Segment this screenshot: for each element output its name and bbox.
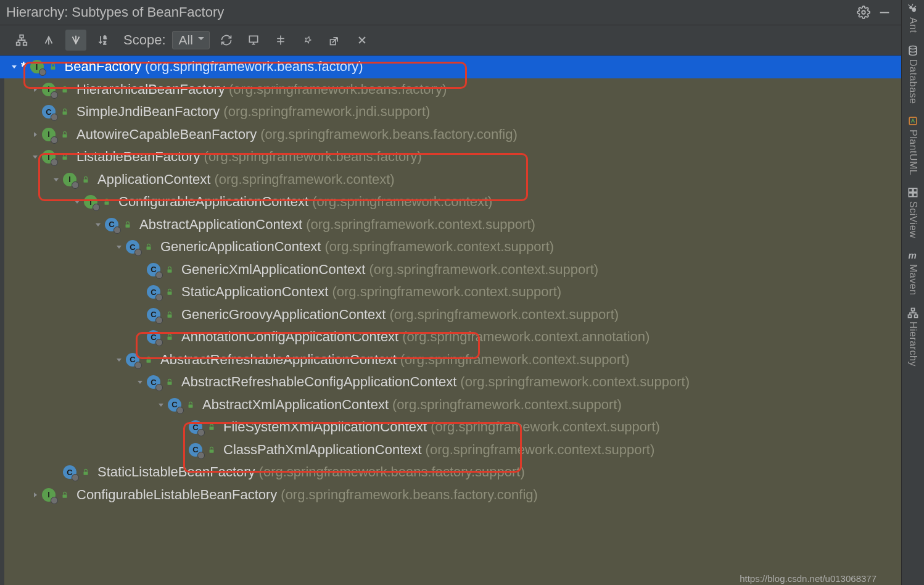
tree-row[interactable]: CGenericGroovyApplicationContext(org.spr…: [0, 304, 901, 326]
class-icon: C: [147, 285, 160, 299]
tree-row[interactable]: IApplicationContext(org.springframework.…: [0, 168, 901, 191]
refresh-icon[interactable]: [216, 30, 237, 51]
scope-dropdown[interactable]: All: [172, 31, 210, 49]
tree-row[interactable]: CAnnotationConfigApplicationContext(org.…: [0, 326, 901, 349]
sidebar-tab-ant[interactable]: Ant: [907, 2, 919, 33]
tree-row[interactable]: CAbstractRefreshableApplicationContext(o…: [0, 349, 901, 371]
expand-arrow-icon[interactable]: [30, 131, 41, 138]
gear-icon[interactable]: [853, 3, 874, 22]
expand-arrow-icon[interactable]: [155, 401, 167, 409]
pin-icon[interactable]: [297, 30, 318, 51]
tree-row[interactable]: IConfigurableApplicationContext(org.spri…: [0, 191, 901, 214]
svg-rect-3: [17, 43, 20, 46]
svg-rect-39: [909, 315, 912, 317]
sort-icon[interactable]: az: [93, 30, 113, 51]
svg-rect-17: [147, 247, 151, 250]
lock-icon: [80, 468, 91, 476]
header-value: Subtypes of BeanFactory: [72, 4, 224, 20]
svg-text:z: z: [104, 39, 106, 46]
subtypes-icon[interactable]: [65, 30, 86, 51]
lock-icon: [164, 333, 175, 341]
sidebar-tab-label: Maven: [907, 264, 918, 296]
sidebar-tab-plantuml[interactable]: PlantUML: [907, 115, 919, 175]
expand-arrow-icon[interactable]: [72, 198, 83, 205]
svg-text:m: m: [909, 250, 917, 260]
svg-rect-33: [909, 189, 912, 193]
type-package: (org.springframework.beans.factory): [145, 59, 363, 75]
tree-row[interactable]: CStaticListableBeanFactory(org.springfra…: [0, 461, 901, 484]
sidebar-tab-sciview[interactable]: SciView: [907, 186, 919, 238]
interface-icon: I: [42, 83, 56, 96]
autoscroll-icon[interactable]: [243, 30, 264, 51]
type-package: (org.springframework.context.support): [392, 397, 622, 413]
type-name: BeanFactory: [65, 59, 142, 75]
type-package: (org.springframework.jndi.support): [223, 104, 430, 120]
tree-row[interactable]: *IBeanFactory(org.springframework.beans.…: [0, 56, 901, 78]
tree-row[interactable]: IAutowireCapableBeanFactory(org.springfr…: [0, 123, 901, 146]
interface-icon: I: [63, 173, 76, 186]
tree-row[interactable]: IConfigurableListableBeanFactory(org.spr…: [0, 484, 901, 507]
expand-arrow-icon[interactable]: [134, 378, 146, 386]
expand-arrow-icon[interactable]: [93, 221, 104, 228]
type-package: (org.springframework.context.support): [369, 262, 598, 278]
class-hierarchy-icon[interactable]: [11, 30, 32, 51]
lock-icon: [59, 107, 70, 116]
minimize-icon[interactable]: [874, 3, 895, 22]
class-icon: C: [147, 330, 160, 344]
type-name: ConfigurableApplicationContext: [118, 194, 308, 210]
svg-rect-27: [84, 472, 88, 475]
tree-row[interactable]: CAbstractRefreshableConfigApplicationCon…: [0, 371, 901, 394]
interface-icon: I: [84, 195, 97, 209]
type-name: AbstractApplicationContext: [139, 217, 302, 233]
type-package: (org.springframework.beans.factory): [229, 81, 447, 98]
tree-row[interactable]: CFileSystemXmlApplicationContext(org.spr…: [0, 416, 901, 439]
tree-row[interactable]: CClassPathXmlApplicationContext(org.spri…: [0, 439, 901, 462]
svg-point-31: [909, 46, 917, 49]
type-package: (org.springframework.context.support): [400, 352, 630, 368]
expand-arrow-icon[interactable]: [30, 153, 41, 160]
type-name: SimpleJndiBeanFactory: [76, 104, 220, 120]
sidebar-tab-maven[interactable]: mMaven: [907, 249, 919, 296]
expand-arrow-icon[interactable]: [30, 491, 41, 499]
sidebar-tab-label: Ant: [907, 17, 918, 33]
expand-all-icon[interactable]: [270, 30, 291, 51]
hierarchy-tree[interactable]: *IBeanFactory(org.springframework.beans.…: [0, 56, 901, 585]
tree-row[interactable]: IListableBeanFactory(org.springframework…: [0, 146, 901, 168]
toolbar: az Scope: All: [0, 25, 901, 56]
tree-row[interactable]: CAbstractXmlApplicationContext(org.sprin…: [0, 394, 901, 417]
svg-rect-38: [912, 308, 915, 310]
sidebar-tab-label: Database: [907, 59, 918, 104]
right-sidebar: AntDatabasePlantUMLSciViewmMavenHierarch…: [901, 0, 924, 585]
tree-row[interactable]: CAbstractApplicationContext(org.springfr…: [0, 214, 901, 236]
expand-arrow-icon[interactable]: [113, 243, 125, 251]
expand-arrow-icon[interactable]: [30, 86, 41, 93]
svg-rect-24: [189, 404, 193, 407]
tree-row[interactable]: CSimpleJndiBeanFactory(org.springframewo…: [0, 101, 901, 123]
hier-icon: [907, 307, 919, 319]
scope-label: Scope:: [123, 32, 166, 48]
lock-icon: [59, 85, 70, 94]
svg-rect-34: [914, 189, 917, 193]
tree-row[interactable]: IHierarchicalBeanFactory(org.springframe…: [0, 78, 901, 101]
tree-row[interactable]: CStaticApplicationContext(org.springfram…: [0, 281, 901, 304]
svg-rect-25: [210, 427, 214, 430]
scope-value: All: [179, 33, 193, 47]
svg-rect-1: [880, 12, 889, 13]
sidebar-tab-database[interactable]: Database: [907, 44, 919, 104]
tree-row[interactable]: CGenericApplicationContext(org.springfra…: [0, 236, 901, 259]
supertypes-icon[interactable]: [38, 30, 59, 51]
export-icon[interactable]: [324, 30, 345, 51]
close-icon[interactable]: [352, 30, 373, 51]
tree-row[interactable]: CGenericXmlApplicationContext(org.spring…: [0, 259, 901, 281]
expand-arrow-icon[interactable]: [9, 63, 20, 70]
svg-rect-4: [23, 43, 27, 46]
class-icon: C: [189, 420, 202, 434]
type-name: ListableBeanFactory: [76, 149, 200, 165]
expand-arrow-icon[interactable]: [113, 356, 125, 363]
svg-rect-35: [909, 193, 912, 197]
interface-icon: I: [30, 60, 44, 73]
class-icon: C: [126, 240, 139, 254]
expand-arrow-icon[interactable]: [51, 176, 62, 183]
sidebar-tab-hierarchy[interactable]: Hierarchy: [907, 307, 919, 367]
class-icon: C: [126, 353, 139, 367]
